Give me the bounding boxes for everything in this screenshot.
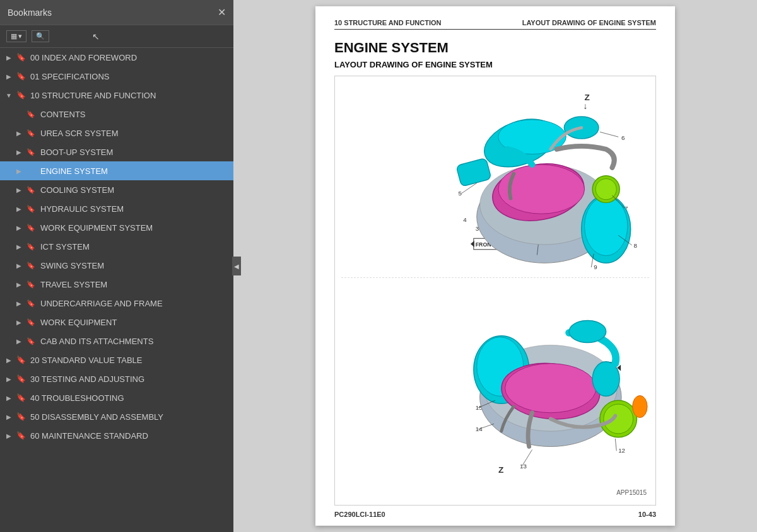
doc-header-right: LAYOUT DRAWING OF ENGINE SYSTEM [522,19,656,26]
bookmark-item-engine-system[interactable]: ENGINE SYSTEM [0,161,233,180]
doc-page-num: 10-43 [638,511,656,518]
svg-marker-14 [471,241,474,247]
svg-text:Z: Z [498,465,503,475]
bookmark-item-boot-up[interactable]: 🔖BOOT-UP SYSTEM [0,142,233,161]
bookmark-item-standard-value[interactable]: 🔖20 STANDARD VALUE TABLE [0,350,233,369]
doc-title: ENGINE SYSTEM [334,40,656,56]
expand-arrow-icon[interactable] [14,130,24,137]
bookmark-icon: 🔖 [26,262,38,270]
engine-bottom-svg: Z 15 14 13 12 FRONT [341,278,649,486]
svg-point-21 [585,197,628,256]
expand-arrow-icon[interactable] [14,149,24,156]
bookmark-label: BOOT-UP SYSTEM [40,147,230,157]
bookmark-label: UREA SCR SYSTEM [40,129,230,138]
expand-arrow-icon[interactable] [14,187,24,194]
svg-point-51 [633,395,647,417]
bookmark-item-hydraulic-system[interactable]: 🔖HYDRAULIC SYSTEM [0,199,233,218]
bookmark-item-urea-scr[interactable]: 🔖UREA SCR SYSTEM [0,124,233,142]
sidebar-toolbar: ▦ ▾ 🔍 ↖ [0,25,233,48]
bookmark-icon: 🔖 [16,53,28,62]
bookmark-item-swing-system[interactable]: 🔖SWING SYSTEM [0,256,233,275]
bookmark-item-work-equipment-system[interactable]: 🔖WORK EQUIPMENT SYSTEM [0,218,233,237]
bookmark-item-idx-foreword[interactable]: 🔖00 INDEX AND FOREWORD [0,48,233,67]
expand-arrow-icon[interactable] [4,92,14,99]
svg-line-54 [522,449,532,465]
expand-arrow-icon[interactable] [4,54,14,61]
bookmark-icon: 🔖 [26,129,38,137]
bookmark-icon: 🔖 [26,148,38,156]
expand-arrow-icon[interactable] [14,338,24,345]
expand-arrow-icon[interactable] [14,243,24,250]
view-options-button[interactable]: ▦ ▾ [6,30,26,42]
bookmark-item-maintenance[interactable]: 🔖60 MAINTENANCE STANDARD [0,426,233,445]
bookmark-label: ICT SYSTEM [40,242,230,252]
bookmark-item-work-equipment[interactable]: 🔖WORK EQUIPMENT [0,313,233,332]
bookmark-item-specifications[interactable]: 🔖01 SPECIFICATIONS [0,67,233,86]
bookmark-item-travel-system[interactable]: 🔖TRAVEL SYSTEM [0,275,233,294]
bookmark-label: WORK EQUIPMENT [40,318,230,327]
engine-diagram-bottom: Z 15 14 13 12 FRONT [341,278,649,486]
expand-arrow-icon[interactable] [14,319,24,326]
bookmark-item-ict-system[interactable]: 🔖ICT SYSTEM [0,237,233,256]
bookmark-item-undercarriage[interactable]: 🔖UNDERCARRIAGE AND FRAME [0,294,233,313]
bookmark-item-troubleshooting[interactable]: 🔖40 TROUBLESHOOTING [0,388,233,407]
svg-text:9: 9 [594,263,597,270]
expand-arrow-icon[interactable] [14,281,24,288]
bookmark-label: ENGINE SYSTEM [40,166,230,176]
bookmark-item-cab-attachments[interactable]: 🔖CAB AND ITS ATTACHMENTS [0,332,233,350]
expand-arrow-icon[interactable] [4,357,14,364]
doc-subtitle: LAYOUT DRAWING OF ENGINE SYSTEM [334,60,656,69]
expand-arrow-icon[interactable] [4,413,14,420]
expand-arrow-icon[interactable] [4,432,14,439]
search-bookmark-button[interactable]: 🔍 [32,30,49,42]
bookmark-icon: 🔖 [16,431,28,440]
bookmark-item-disassembly[interactable]: 🔖50 DISASSEMBLY AND ASSEMBLY [0,407,233,426]
doc-header: 10 STRUCTURE AND FUNCTION LAYOUT DRAWING… [334,19,656,30]
bookmark-icon: 🔖 [26,318,38,327]
bookmark-icon: 🔖 [26,224,38,232]
bookmark-icon: 🔖 [26,110,38,119]
grid-icon: ▦ [11,32,17,40]
bookmark-icon: 🔖 [16,91,28,100]
svg-text:6: 6 [621,134,625,141]
expand-arrow-icon[interactable] [14,168,24,175]
bookmark-icon: 🔖 [26,243,38,251]
expand-arrow-icon[interactable] [14,224,24,231]
svg-text:4: 4 [463,216,467,223]
close-button[interactable]: ✕ [218,6,226,18]
bookmark-item-structure-function[interactable]: 🔖10 STRUCTURE AND FUNCTION [0,86,233,105]
svg-text:5: 5 [458,190,462,197]
expand-arrow-icon[interactable] [4,395,14,402]
engine-top-svg: Z ↓ 6 5 4 3 2 11 10 7 8 9 [341,83,649,277]
bookmark-label: HYDRAULIC SYSTEM [40,204,230,214]
bookmark-label: 20 STANDARD VALUE TABLE [30,356,230,365]
engine-diagram: Z ↓ 6 5 4 3 2 11 10 7 8 9 [341,83,649,499]
bookmark-item-cooling-system[interactable]: 🔖COOLING SYSTEM [0,180,233,199]
svg-line-55 [615,439,616,451]
bookmark-label: 00 INDEX AND FOREWORD [30,53,230,62]
bookmark-label: UNDERCARRIAGE AND FRAME [40,299,230,308]
expand-arrow-icon[interactable] [4,376,14,383]
bookmark-icon: 🔖 [16,412,28,421]
bookmark-label: 10 STRUCTURE AND FUNCTION [30,91,230,100]
bookmarks-list: 🔖00 INDEX AND FOREWORD🔖01 SPECIFICATIONS… [0,48,233,532]
expand-arrow-icon[interactable] [14,205,24,212]
expand-arrow-icon[interactable] [4,73,14,80]
collapse-panel-button[interactable]: ◀ [232,257,241,275]
doc-footer: PC290LCI-11E0 10-43 [334,511,656,518]
bookmark-item-contents[interactable]: 🔖CONTENTS [0,105,233,124]
expand-arrow-icon[interactable] [14,300,24,307]
app-reference: APP15015 [616,489,647,496]
svg-point-46 [505,364,596,413]
sidebar-title: Bookmarks [8,8,52,18]
document-page: 10 STRUCTURE AND FUNCTION LAYOUT DRAWING… [315,6,675,526]
bookmark-icon: 🔖 [16,393,28,402]
bookmark-icon: 🔖 [16,72,28,81]
bookmark-label: 30 TESTING AND ADJUSTING [30,374,230,384]
bookmark-label: 60 MAINTENANCE STANDARD [30,431,230,441]
bookmark-item-testing-adjusting[interactable]: 🔖30 TESTING AND ADJUSTING [0,369,233,388]
expand-arrow-icon[interactable] [14,111,24,118]
bookmark-label: 01 SPECIFICATIONS [30,72,230,81]
expand-arrow-icon[interactable] [14,262,24,269]
search-icon: 🔍 [36,32,45,40]
